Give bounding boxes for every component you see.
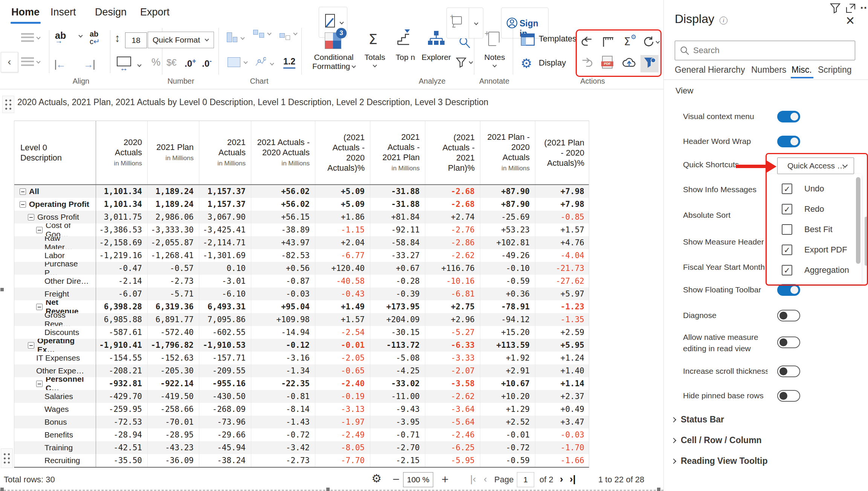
publish-button[interactable]	[622, 57, 636, 69]
ribbon-tab-export[interactable]: Export	[140, 0, 170, 23]
checkbox-checked-icon[interactable]: ✓	[782, 204, 792, 214]
dropdown-option-undo[interactable]: ✓Undo	[767, 179, 862, 199]
explorer-button[interactable]: Explorer	[421, 53, 451, 62]
column-width-button[interactable]: ↔	[117, 57, 131, 73]
percent-format-icon[interactable]: %	[151, 57, 160, 68]
export-pdf-button[interactable]: PDF	[602, 56, 613, 69]
header-word-wrap-toggle[interactable]	[777, 136, 800, 147]
column-header[interactable]: 2021 Plan - 2020 Actualsin Millions	[480, 121, 535, 184]
column-header[interactable]: 2021 Actualsin Millions	[199, 121, 251, 184]
table-row[interactable]: Operating Ex…-1,910.41-1,796.82-1,910.53…	[14, 339, 589, 352]
search-input[interactable]	[693, 46, 844, 55]
page-number-input[interactable]: 1	[517, 472, 534, 487]
table-row[interactable]: Purchase P…-0.47-0.570.10+0.56+120.40+0.…	[14, 262, 589, 275]
tab-misc[interactable]: Misc.	[792, 65, 812, 75]
table-row[interactable]: Other Expe…-208.21-205.30-209.55-1.34-0.…	[14, 364, 589, 377]
more-options-icon[interactable]: …	[860, 0, 868, 11]
outdent-button[interactable]: ←	[55, 59, 66, 70]
chevron-down-icon[interactable]	[79, 32, 82, 38]
selection-handle[interactable]	[0, 288, 4, 291]
undo-button[interactable]	[581, 36, 593, 47]
info-icon[interactable]: i	[720, 17, 727, 24]
section-cell-row-column[interactable]: Cell / Row / Column	[672, 435, 762, 445]
visual-context-menu-toggle[interactable]	[777, 111, 800, 122]
remove-decimal-button[interactable]: .0-	[202, 57, 212, 69]
quick-format-select[interactable]: Quick Format	[148, 32, 214, 48]
ribbon-collapse-button[interactable]: ‹	[1, 52, 18, 72]
focus-mode-icon[interactable]	[845, 3, 856, 14]
zoom-level-input[interactable]: 100 %	[403, 472, 433, 487]
table-row[interactable]: Raw Mater…-2,158.69-2,055.87-2,114.71+43…	[14, 236, 589, 249]
column-header[interactable]: Level 0 Description	[14, 121, 96, 184]
display-button[interactable]: ⚙ Display	[521, 56, 532, 71]
section-reading-view-tooltip[interactable]: Reading View Tooltip	[672, 456, 767, 466]
column-header[interactable]: 2021 Actuals - 2021 Planin Millions	[370, 121, 425, 184]
section-status-bar[interactable]: Status Bar	[672, 415, 724, 425]
chart-hierarchy-button[interactable]	[253, 32, 271, 39]
table-row[interactable]: Personnel C…-932.81-922.14-955.16-22.35-…	[14, 377, 589, 390]
filter-button[interactable]	[456, 57, 466, 68]
zoom-out-button[interactable]: −	[393, 473, 400, 486]
totals-button[interactable]: Totals	[359, 53, 391, 71]
ruler-button[interactable]	[602, 36, 615, 47]
collapse-icon[interactable]	[36, 304, 43, 310]
drag-handle-icon[interactable]	[2, 96, 14, 113]
search-field[interactable]	[675, 41, 855, 60]
checkbox-unchecked-icon[interactable]	[782, 224, 792, 235]
selection-handle[interactable]	[0, 488, 4, 491]
tab-numbers[interactable]: Numbers	[751, 65, 786, 75]
table-row[interactable]: Cost of Goo…-3,386.53-3,333.30-3,425.41-…	[14, 223, 589, 236]
prev-page-button[interactable]: ‹	[484, 473, 487, 485]
collapse-icon[interactable]	[36, 227, 43, 233]
next-page-button[interactable]: ›	[560, 473, 563, 485]
tab-scripting[interactable]: Scripting	[818, 65, 851, 75]
column-header[interactable]: (2021 Plan - 2020 Actuals)%	[535, 121, 590, 184]
table-row[interactable]: IT Expenses-154.55-152.63-157.71-3.16-2.…	[14, 352, 589, 364]
scatter-style-button[interactable]	[255, 57, 266, 68]
column-header[interactable]: 2021 Planin Millions	[147, 121, 199, 184]
tab-hierarchy[interactable]: Hierarchy	[708, 65, 745, 75]
notes-button[interactable]: Notes	[478, 53, 511, 71]
refresh-button[interactable]	[643, 36, 654, 47]
chart-variance-button[interactable]	[280, 32, 297, 39]
collapse-icon[interactable]	[36, 381, 43, 387]
table-row[interactable]: Other Dire…-2.14-2.73-3.01-0.87-40.58-0.…	[14, 275, 589, 288]
chart-layout-button[interactable]	[227, 32, 244, 44]
align-text-button2[interactable]	[21, 57, 40, 67]
first-page-button[interactable]: |‹	[470, 473, 476, 485]
table-row[interactable]: Discounts-587.61-572.40-602.55-14.94-2.5…	[14, 326, 589, 339]
table-row[interactable]: Net Revenue6,398.286,319.366,493.31+95.0…	[14, 300, 589, 313]
table-row[interactable]: Labor-1,219.16-1,268.41-1,301.69-82.53-6…	[14, 249, 589, 262]
table-row[interactable]: Benefits-28.94-28.95-29.66-0.72-2.49-0.7…	[14, 428, 589, 441]
dropdown-option-redo[interactable]: ✓Redo	[767, 199, 862, 219]
checkbox-checked-icon[interactable]: ✓	[782, 184, 792, 194]
last-page-button[interactable]: ›|	[570, 473, 576, 485]
wrap-text-button[interactable]: abc↵	[90, 30, 100, 45]
add-comment-button[interactable]: +	[446, 8, 483, 38]
ribbon-tab-home[interactable]: Home	[11, 0, 40, 23]
quick-shortcuts-dropdown[interactable]: Quick Access …	[777, 158, 854, 174]
templates-button[interactable]: Templates	[521, 33, 535, 46]
visual-filter-icon[interactable]	[830, 3, 840, 14]
table-row[interactable]: Gross Reve…6,985.886,891.777,095.86+109.…	[14, 313, 589, 326]
collapse-icon[interactable]	[20, 201, 26, 208]
increase-scroll-thickness-toggle[interactable]	[777, 366, 800, 377]
table-row[interactable]: Wages-259.95-258.66-268.09-8.14-3.13-9.4…	[14, 403, 589, 416]
font-size-input[interactable]: 18	[125, 32, 147, 48]
selection-handle[interactable]	[326, 488, 330, 491]
drag-handle-icon[interactable]	[1, 448, 13, 468]
table-row[interactable]: Training-42.51-43.23-45.94-3.42-8.05-2.7…	[14, 441, 589, 454]
table-row[interactable]: Salaries-429.70-419.50-430.50-0.81-0.19-…	[14, 390, 589, 403]
selection-handle[interactable]	[657, 488, 660, 491]
dropdown-option-best-fit[interactable]: Best Fit	[767, 219, 862, 240]
table-row[interactable]: Gross Profit3,011.752,986.063,067.90+56.…	[14, 211, 589, 223]
text-overflow-button[interactable]: ab→	[55, 30, 66, 45]
table-row[interactable]: All1,101.341,189.241,157.37+56.02+5.09-3…	[14, 185, 589, 198]
collapse-icon[interactable]	[28, 342, 34, 349]
column-header[interactable]: 2020 Actualsin Millions	[96, 121, 147, 184]
tab-general[interactable]: General	[675, 65, 706, 75]
filter-toggle-button[interactable]	[644, 57, 656, 69]
column-header[interactable]: (2021 Actuals - 2021 Plan)%	[425, 121, 480, 184]
settings-gear-icon[interactable]: ⚙	[371, 472, 382, 485]
column-header[interactable]: (2021 Actuals - 2020 Actuals)%	[315, 121, 370, 184]
